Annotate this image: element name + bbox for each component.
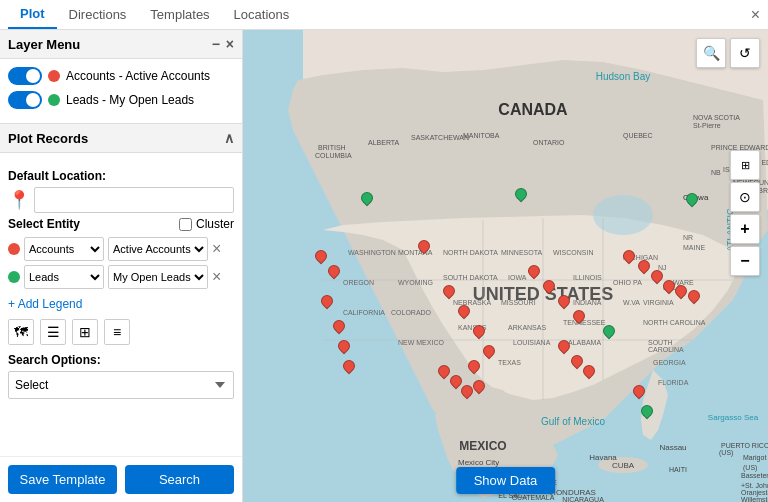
cluster-label: Cluster (179, 217, 234, 231)
svg-text:IOWA: IOWA (508, 274, 527, 281)
svg-text:ILLINOIS: ILLINOIS (573, 274, 602, 281)
svg-text:PUERTO RICO: PUERTO RICO (721, 442, 768, 449)
bottom-buttons: Save Template Search (0, 456, 242, 502)
svg-text:SOUTH DAKOTA: SOUTH DAKOTA (443, 274, 498, 281)
show-data-button[interactable]: Show Data (456, 467, 556, 494)
top-tabs: Plot Directions Templates Locations × (0, 0, 768, 30)
layers-btn[interactable]: ⊞ (730, 150, 760, 180)
leads-type-select[interactable]: Leads (24, 265, 104, 289)
search-button[interactable]: Search (125, 465, 234, 494)
accounts-filter-select[interactable]: Active Accounts (108, 237, 208, 261)
accounts-toggle[interactable] (8, 67, 42, 85)
map-area[interactable]: CANADA UNITED STATES MEXICO Gulf of Mexi… (243, 30, 768, 502)
detail-view-btn[interactable]: ≡ (104, 319, 130, 345)
svg-text:CAROLINA: CAROLINA (648, 346, 684, 353)
location-pin-icon[interactable]: 📍 (8, 189, 30, 211)
layer-menu-controls: − × (212, 36, 234, 52)
add-legend-link[interactable]: + Add Legend (8, 297, 82, 311)
svg-text:ONTARIO: ONTARIO (533, 139, 565, 146)
close-icon[interactable]: × (751, 6, 760, 24)
app-container: Plot Directions Templates Locations × La… (0, 0, 768, 502)
svg-text:MINNESOTA: MINNESOTA (501, 249, 542, 256)
location-center-btn[interactable]: ⊙ (730, 182, 760, 212)
search-options-select[interactable]: Select (8, 371, 234, 399)
default-location-input[interactable] (34, 187, 234, 213)
leads-filter-select[interactable]: My Open Leads (108, 265, 208, 289)
save-template-button[interactable]: Save Template (8, 465, 117, 494)
default-location-label: Default Location: (8, 169, 234, 183)
svg-text:QUEBEC: QUEBEC (623, 132, 653, 140)
accounts-remove-icon[interactable]: × (212, 241, 221, 257)
svg-text:MEXICO: MEXICO (459, 439, 506, 453)
svg-text:VIRGINIA: VIRGINIA (643, 299, 674, 306)
accounts-type-select[interactable]: Accounts (24, 237, 104, 261)
svg-text:NORTH CAROLINA: NORTH CAROLINA (643, 319, 706, 326)
svg-text:Mexico City: Mexico City (458, 458, 499, 467)
svg-text:SOUTH: SOUTH (648, 339, 673, 346)
select-entity-label: Select Entity (8, 217, 80, 231)
svg-text:ARKANSAS: ARKANSAS (508, 324, 546, 331)
svg-text:LOUISIANA: LOUISIANA (513, 339, 551, 346)
svg-text:Basseterre: Basseterre (741, 472, 768, 479)
entity-row-accounts: Accounts Active Accounts × (8, 237, 234, 261)
cluster-text: Cluster (196, 217, 234, 231)
plot-records-chevron[interactable]: ∧ (224, 130, 234, 146)
cluster-checkbox[interactable] (179, 218, 192, 231)
map-view-btn[interactable]: 🗺 (8, 319, 34, 345)
svg-text:OREGON: OREGON (343, 279, 374, 286)
svg-text:Nassau: Nassau (659, 443, 686, 452)
tab-directions[interactable]: Directions (57, 1, 139, 28)
svg-text:NR: NR (683, 234, 693, 241)
main-layout: Layer Menu − × Accounts - Active Account… (0, 30, 768, 502)
plot-records-header: Plot Records ∧ (0, 124, 242, 153)
plot-records-body: Default Location: 📍 Select Entity Cluste… (0, 153, 242, 456)
svg-text:INDIANA: INDIANA (573, 299, 602, 306)
layer-menu-title: Layer Menu (8, 37, 80, 52)
zoom-in-btn[interactable]: + (730, 214, 760, 244)
svg-text:Marigot: Marigot (743, 454, 766, 462)
svg-text:Willemstad: Willemstad (741, 496, 768, 502)
svg-text:St-Pierre: St-Pierre (693, 122, 721, 129)
svg-text:GEORGIA: GEORGIA (653, 359, 686, 366)
leads-remove-icon[interactable]: × (212, 269, 221, 285)
map-right-controls: ⊞ ⊙ + − (730, 150, 760, 276)
grid-view-btn[interactable]: ⊞ (72, 319, 98, 345)
svg-text:OHIO: OHIO (613, 279, 631, 286)
select-entity-row: Select Entity Cluster (8, 217, 234, 231)
layer-menu-header: Layer Menu − × (0, 30, 242, 59)
accounts-layer-label: Accounts - Active Accounts (66, 69, 210, 83)
map-search-btn[interactable]: 🔍 (696, 38, 726, 68)
svg-text:NEBRASKA: NEBRASKA (453, 299, 491, 306)
zoom-out-btn[interactable]: − (730, 246, 760, 276)
svg-text:WYOMING: WYOMING (398, 279, 433, 286)
svg-text:TEXAS: TEXAS (498, 359, 521, 366)
left-panel: Layer Menu − × Accounts - Active Account… (0, 30, 243, 502)
svg-text:(US): (US) (743, 464, 757, 472)
layer-item-accounts: Accounts - Active Accounts (8, 67, 234, 85)
svg-text:MANITOBA: MANITOBA (463, 132, 500, 139)
svg-text:NICARAGUA: NICARAGUA (562, 496, 604, 502)
svg-text:CALIFORNIA: CALIFORNIA (343, 309, 385, 316)
svg-text:WASHINGTON: WASHINGTON (348, 249, 396, 256)
map-controls-top: 🔍 ↺ (696, 38, 760, 68)
svg-point-1 (593, 195, 653, 235)
layer-item-leads: Leads - My Open Leads (8, 91, 234, 109)
tab-locations[interactable]: Locations (222, 1, 302, 28)
layer-menu-close-icon[interactable]: × (226, 36, 234, 52)
svg-text:NOVA SCOTIA: NOVA SCOTIA (693, 114, 740, 121)
svg-text:TENNESSEE: TENNESSEE (563, 319, 606, 326)
svg-text:BRITISH: BRITISH (318, 144, 346, 151)
leads-layer-label: Leads - My Open Leads (66, 93, 194, 107)
minimize-icon[interactable]: − (212, 36, 220, 52)
svg-text:Hudson Bay: Hudson Bay (596, 71, 650, 82)
svg-text:NEW MEXICO: NEW MEXICO (398, 339, 444, 346)
list-view-btn[interactable]: ☰ (40, 319, 66, 345)
leads-toggle[interactable] (8, 91, 42, 109)
plot-records-title: Plot Records (8, 131, 88, 146)
tab-templates[interactable]: Templates (138, 1, 221, 28)
svg-text:NB: NB (711, 169, 721, 176)
svg-text:PA: PA (633, 279, 642, 286)
tab-plot[interactable]: Plot (8, 0, 57, 29)
svg-text:WISCONSIN: WISCONSIN (553, 249, 593, 256)
map-refresh-btn[interactable]: ↺ (730, 38, 760, 68)
